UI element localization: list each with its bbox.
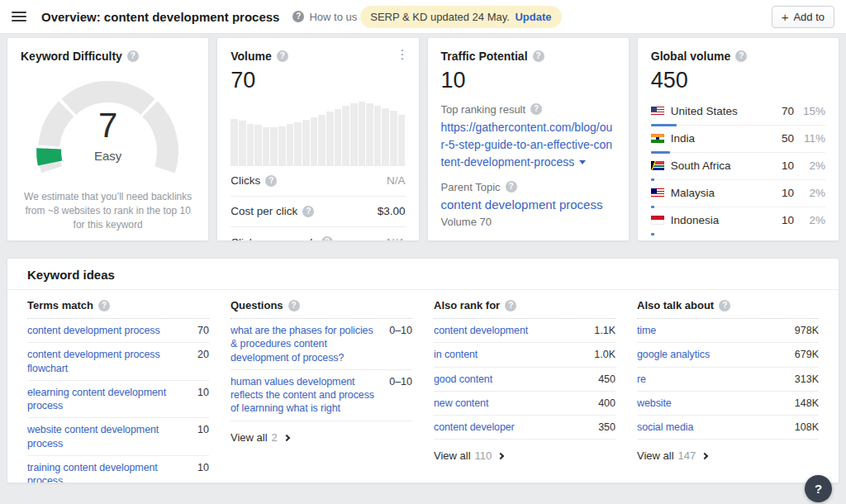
help-icon[interactable]: ? — [321, 236, 333, 241]
add-to-label: Add to — [793, 11, 825, 23]
global-volume-card: Global volume ? 450 United States7015%In… — [637, 37, 839, 241]
update-link[interactable]: Update — [515, 11, 551, 23]
menu-icon[interactable] — [12, 12, 26, 21]
keyword-link[interactable]: time — [637, 324, 788, 337]
volume-bar — [359, 102, 366, 166]
country-row: South Africa102% — [651, 153, 825, 180]
keyword-volume: 350 — [598, 421, 615, 433]
clicks-per-search-value: N/A — [387, 236, 406, 241]
country-volume: 10 — [782, 214, 794, 226]
view-all-link[interactable]: View all147 — [637, 440, 819, 462]
keyword-link[interactable]: what are the phases for policies & proce… — [231, 324, 383, 364]
column-title: Terms match — [27, 299, 93, 311]
view-all-count: 147 — [678, 449, 696, 462]
keyword-volume: 108K — [795, 421, 819, 433]
keyword-volume: 313K — [795, 373, 819, 385]
view-all-count: 110 — [475, 449, 492, 462]
help-icon[interactable]: ? — [277, 50, 288, 62]
country-volume: 10 — [782, 187, 794, 199]
dropdown-caret-icon[interactable] — [579, 160, 586, 164]
country-volume: 70 — [782, 105, 794, 117]
column-header: Terms match? — [27, 290, 209, 319]
help-icon[interactable]: ? — [127, 50, 139, 62]
keyword-volume: 450 — [598, 373, 615, 385]
volume-bar — [342, 106, 349, 166]
volume-bar — [287, 124, 294, 166]
page-title: Overview: content development process — [41, 10, 279, 24]
help-icon[interactable]: ? — [505, 300, 516, 311]
help-icon[interactable]: ? — [533, 50, 544, 62]
cost-per-click-row: Cost per click ? $3.00 — [231, 197, 405, 227]
keyword-link[interactable]: content development process — [27, 324, 191, 337]
keyword-link[interactable]: elearning content development process — [27, 386, 191, 413]
country-percent: 15% — [801, 105, 825, 117]
keyword-link[interactable]: content developer — [434, 421, 592, 434]
parent-topic-link[interactable]: content development process — [441, 197, 603, 212]
keyword-link[interactable]: good content — [434, 373, 592, 386]
volume-bar — [382, 108, 389, 166]
keyword-volume: 978K — [795, 324, 819, 336]
flag-icon-my — [651, 188, 664, 197]
keyword-row: social media108K — [637, 416, 819, 440]
country-row: India5011% — [651, 126, 825, 153]
help-icon[interactable]: ? — [506, 181, 517, 193]
add-to-button[interactable]: + Add to — [772, 6, 834, 28]
help-icon[interactable]: ? — [302, 206, 314, 217]
help-icon[interactable]: ? — [735, 50, 747, 62]
country-name: Indonesia — [671, 214, 775, 226]
volume-card: ⋮ Volume ? 70 Clicks ? N/A Cost per clic… — [216, 37, 419, 241]
volume-bar — [254, 125, 262, 166]
keyword-link[interactable]: new content — [434, 397, 592, 410]
keyword-row: training content development process10 — [27, 456, 209, 483]
keyword-link[interactable]: website — [637, 397, 788, 410]
help-icon[interactable]: ? — [98, 300, 110, 311]
column-title: Also talk about — [637, 299, 714, 311]
chevron-right-icon — [497, 453, 504, 459]
difficulty-gauge: 7 Easy — [26, 64, 191, 187]
keyword-ideas-column: Also talk about?time978Kgoogle analytics… — [637, 290, 819, 483]
keyword-ideas-column: Terms match?content development process7… — [27, 290, 209, 483]
keyword-link[interactable]: training content development process — [27, 461, 191, 483]
keyword-link[interactable]: human values development reflects the co… — [231, 375, 383, 416]
keyword-row: what are the phases for policies & proce… — [231, 319, 412, 370]
view-all-label: View all — [231, 431, 268, 444]
view-all-count: 2 — [272, 431, 278, 444]
difficulty-label: Easy — [26, 149, 191, 163]
view-all-link[interactable]: View all110 — [434, 440, 615, 462]
help-fab-button[interactable]: ? — [805, 475, 832, 502]
keyword-row: content developer350 — [434, 416, 615, 440]
keyword-link[interactable]: website content development process — [27, 423, 191, 450]
keyword-link[interactable]: google analytics — [637, 348, 788, 361]
top-ranking-result-link[interactable]: https://gathercontent.com/blog/our-5-ste… — [441, 119, 615, 171]
keyword-link[interactable]: content development — [434, 324, 587, 337]
chevron-right-icon — [283, 434, 290, 440]
keyword-link[interactable]: re — [637, 373, 788, 386]
kebab-menu-icon[interactable]: ⋮ — [397, 48, 409, 60]
how-to-use-link[interactable]: ? How to us — [292, 11, 357, 23]
view-all-label: View all — [637, 449, 674, 462]
country-name: South Africa — [671, 159, 775, 172]
volume-trend-chart — [231, 102, 405, 166]
keyword-volume: 679K — [795, 348, 819, 360]
keyword-link[interactable]: social media — [637, 421, 788, 434]
volume-title: Volume — [231, 50, 272, 63]
keyword-ideas-column: Also rank for?content development1.1Kin … — [434, 290, 615, 483]
view-all-link[interactable]: View all2 — [231, 421, 412, 444]
country-share-bar — [651, 233, 654, 235]
help-icon[interactable]: ? — [719, 300, 730, 311]
help-icon[interactable]: ? — [530, 103, 542, 115]
top-ranking-result-label: Top ranking result — [441, 103, 526, 116]
country-row: United States7015% — [651, 98, 825, 126]
help-icon[interactable]: ? — [288, 300, 300, 311]
volume-bar — [335, 109, 342, 166]
keyword-link[interactable]: content development process flowchart — [27, 348, 191, 375]
volume-bar — [374, 106, 382, 166]
keyword-row: human values development reflects the co… — [231, 370, 412, 421]
keyword-link[interactable]: in content — [434, 348, 587, 361]
country-percent: 2% — [801, 187, 825, 199]
keyword-row: content development process70 — [27, 319, 209, 343]
keyword-ideas-panel: Keyword ideas Terms match?content develo… — [7, 258, 839, 483]
volume-bar — [366, 103, 373, 166]
country-percent: 2% — [801, 159, 825, 172]
help-icon[interactable]: ? — [265, 175, 277, 187]
